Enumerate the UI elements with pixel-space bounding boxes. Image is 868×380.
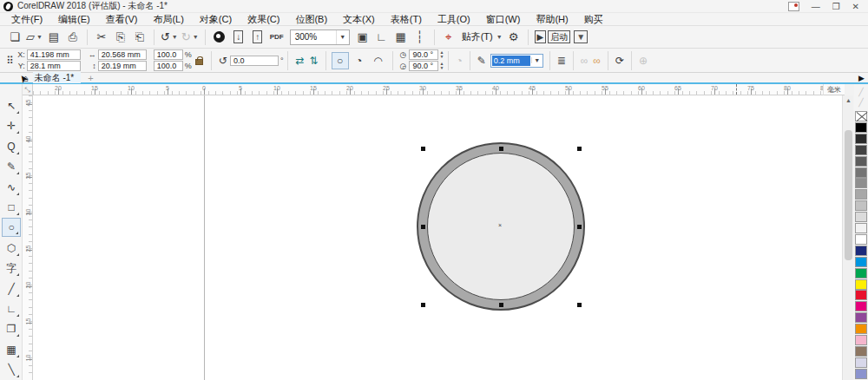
color-swatch-pink[interactable] — [855, 335, 867, 345]
color-swatch-brown[interactable] — [855, 346, 867, 357]
chevron-down-icon[interactable]: ▼ — [531, 57, 542, 63]
selection-handle[interactable] — [421, 225, 425, 229]
undo-button[interactable]: ↺▼ — [161, 29, 178, 46]
chevron-down-icon[interactable]: ▼ — [36, 34, 43, 40]
start-angle-spinner[interactable]: ▲▼ — [439, 50, 444, 59]
color-swatch-cyan[interactable] — [855, 257, 867, 267]
selection-handle[interactable] — [577, 225, 582, 229]
color-swatch-80-black[interactable] — [855, 145, 867, 155]
color-swatch-black[interactable] — [855, 122, 867, 133]
object-width-field[interactable]: 20.568 mm — [98, 49, 147, 60]
cut-button[interactable]: ✂ — [94, 29, 109, 46]
options-button[interactable]: ⚙ — [506, 29, 522, 46]
ellipse-mode-button[interactable]: ○ — [332, 52, 349, 69]
publish-pdf-button[interactable]: PDF — [269, 29, 285, 46]
polygon-tool[interactable]: ⬡ — [2, 239, 21, 258]
color-swatch-pale-lavender[interactable] — [855, 357, 867, 368]
outline-width-value[interactable]: 0.2 mm — [492, 56, 530, 66]
horizontal-ruler[interactable]: 2015105051015202530354045505560657075808… — [33, 84, 829, 95]
color-swatch-white[interactable] — [855, 234, 867, 245]
color-swatch-magenta[interactable] — [855, 301, 867, 311]
launch-button[interactable]: ▶启动▼ — [535, 29, 589, 46]
color-swatch-no-color[interactable] — [855, 111, 867, 121]
selection-handle[interactable] — [499, 303, 503, 307]
arc-mode-button[interactable]: ◠ — [370, 52, 387, 69]
menu-item[interactable]: 文件(F) — [3, 13, 50, 26]
welcome-screen-button[interactable] — [212, 29, 227, 46]
copy-button[interactable]: ⎘ — [113, 29, 128, 46]
mirror-horizontal-icon[interactable]: ⇄ — [295, 55, 304, 67]
document-tab[interactable]: 未命名 -1* — [33, 72, 82, 83]
y-position-field[interactable]: 28.1 mm — [27, 61, 81, 71]
print-button[interactable]: ⎙ — [65, 29, 81, 46]
end-angle-spinner[interactable]: ▲▼ — [439, 62, 444, 70]
drawing-canvas[interactable]: × — [33, 95, 842, 380]
restore-button[interactable]: ❐ — [832, 0, 840, 13]
connector-tool[interactable]: ∟ — [2, 299, 21, 318]
color-swatch-60-black[interactable] — [855, 167, 867, 178]
menu-item[interactable]: 布局(L) — [145, 13, 191, 26]
show-rulers-button[interactable]: ∟ — [374, 29, 390, 46]
drop-shadow-tool[interactable]: ❐ — [2, 319, 21, 338]
text-tool[interactable]: 字 — [2, 259, 21, 278]
show-guidelines-button[interactable]: ┆ — [412, 29, 428, 46]
menu-item[interactable]: 购买 — [576, 13, 611, 26]
menu-item[interactable]: 表格(T) — [383, 13, 430, 26]
text-wrap-icon[interactable]: ≣ — [557, 55, 566, 67]
lock-ratio-icon[interactable] — [195, 59, 203, 65]
outline-width-combo[interactable]: 0.2 mm ▼ — [490, 54, 543, 68]
start-angle-field[interactable]: 90.0 ° — [409, 49, 438, 60]
add-tab-button[interactable]: + — [88, 73, 93, 83]
scale-y-field[interactable]: 100.0 — [154, 61, 183, 71]
menu-item[interactable]: 编辑(E) — [50, 13, 98, 26]
zoom-tool[interactable]: Q — [2, 137, 21, 156]
import-button[interactable]: ↓ — [231, 29, 247, 46]
color-swatch-periwinkle[interactable] — [855, 369, 867, 379]
export-button[interactable]: ↑ — [250, 29, 266, 46]
chevron-down-icon[interactable]: ▼ — [496, 34, 503, 40]
color-swatch-red[interactable] — [855, 290, 867, 300]
menu-item[interactable]: 窗口(W) — [478, 13, 529, 26]
menu-item[interactable]: 效果(C) — [240, 13, 287, 26]
mirror-vertical-icon[interactable]: ⇅ — [310, 55, 319, 67]
minimize-button[interactable]: — — [812, 0, 820, 13]
paste-button[interactable]: ⎗ — [132, 29, 148, 46]
chevron-down-icon[interactable]: ▼ — [193, 34, 199, 40]
rectangle-tool[interactable]: □ — [2, 198, 21, 217]
show-grid-button[interactable]: ▦ — [393, 29, 409, 46]
color-swatch-purple[interactable] — [855, 312, 867, 323]
color-swatch-orange[interactable] — [855, 324, 867, 334]
open-button[interactable]: ▱▼ — [26, 29, 43, 46]
transparency-tool[interactable]: ▦ — [2, 340, 21, 359]
close-button[interactable]: ✕ — [852, 0, 859, 13]
zoom-level-combo[interactable]: 300%▼ — [290, 29, 350, 45]
eyedropper-tool[interactable]: ╲ — [2, 360, 21, 379]
snap-off-button[interactable]: ⌖ — [441, 29, 457, 46]
pick-tool[interactable]: ↖ — [2, 96, 21, 115]
color-swatch-90-black[interactable] — [855, 134, 867, 144]
menu-item[interactable]: 对象(C) — [192, 13, 240, 26]
selection-handle[interactable] — [421, 303, 425, 307]
crop-tool[interactable]: ✛ — [2, 116, 21, 135]
menu-item[interactable]: 帮助(H) — [528, 13, 575, 26]
scrollbar-thumb[interactable] — [845, 130, 852, 260]
x-position-field[interactable]: 41.198 mm — [27, 49, 81, 60]
dimension-tool[interactable]: ╱ — [2, 279, 21, 298]
ellipse-tool[interactable]: ○ — [2, 218, 21, 237]
rotation-angle-field[interactable]: 0.0 — [230, 56, 279, 66]
tab-scroll-arrow-icon[interactable]: ▶ — [858, 74, 865, 82]
menu-item[interactable]: 工具(O) — [430, 13, 478, 26]
menu-item[interactable]: 位图(B) — [287, 13, 335, 26]
color-swatch-yellow[interactable] — [855, 279, 867, 290]
scroll-up-icon[interactable]: ▲ — [843, 95, 854, 106]
selection-handle[interactable] — [499, 147, 503, 151]
vertical-scrollbar[interactable]: ▲ — [842, 95, 853, 380]
full-screen-preview-button[interactable]: ▣ — [355, 29, 371, 46]
selection-handle[interactable] — [577, 303, 582, 307]
chevron-down-icon[interactable]: ▼ — [574, 30, 588, 43]
object-height-field[interactable]: 20.19 mm — [98, 61, 147, 71]
color-swatch-green[interactable] — [855, 268, 867, 278]
menu-item[interactable]: 查看(V) — [98, 13, 146, 26]
save-button[interactable]: ▤ — [46, 29, 62, 46]
scale-x-field[interactable]: 100.0 — [154, 49, 183, 60]
